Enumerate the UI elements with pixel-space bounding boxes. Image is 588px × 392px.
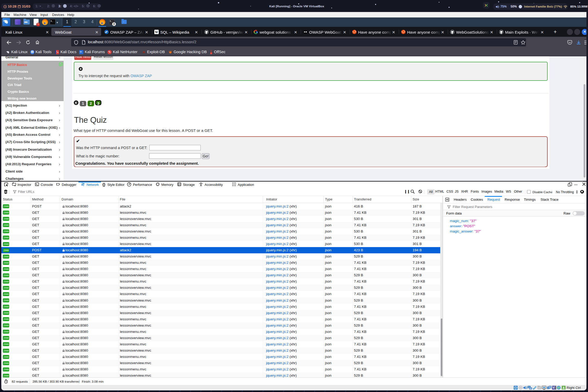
- svg-text:W: W: [155, 30, 158, 34]
- svg-text:V: V: [553, 386, 555, 389]
